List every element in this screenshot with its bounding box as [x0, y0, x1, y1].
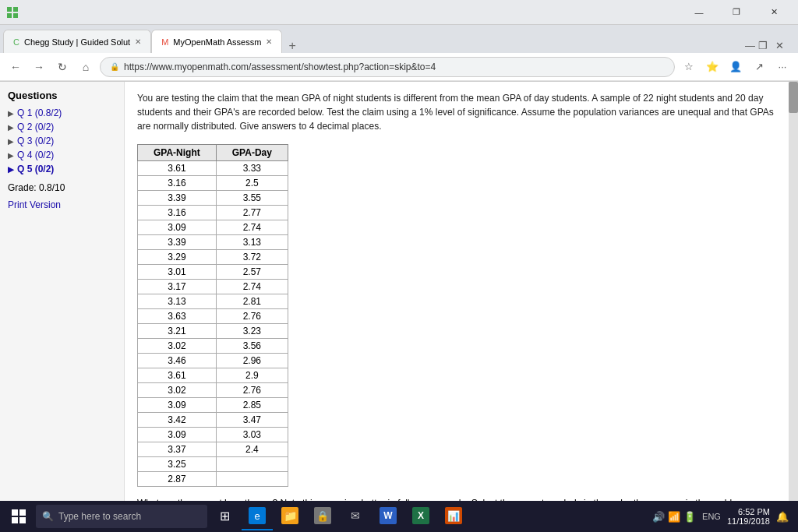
table-row: 3.093.03 [138, 428, 288, 442]
cell-day: 2.9 [216, 368, 288, 383]
cell-day: 2.76 [216, 383, 288, 398]
restore-button[interactable]: ❐ [719, 0, 754, 25]
cell-night: 3.61 [138, 368, 217, 383]
start-button[interactable] [3, 502, 34, 530]
cell-day: 3.03 [216, 428, 288, 442]
share-button[interactable]: ↗ [750, 58, 768, 76]
table-row: 3.393.55 [138, 191, 288, 206]
battery-icon: 🔋 [683, 511, 696, 523]
taskbar-app-windows[interactable]: ⊞ [209, 502, 240, 530]
more-button[interactable]: ··· [773, 58, 792, 76]
clock-time: 6:52 PM [727, 507, 770, 516]
table-row: 3.162.5 [138, 176, 288, 191]
sidebar-q1-label: Q 1 (0.8/2) [17, 107, 62, 118]
table-row: 3.162.77 [138, 206, 288, 220]
sidebar-item-q1[interactable]: ▶ Q 1 (0.8/2) [8, 107, 116, 118]
tab-bar-minimize[interactable]: — [745, 40, 755, 51]
taskbar-app-folder[interactable]: 📁 [274, 502, 305, 530]
minimize-button[interactable]: — [681, 0, 717, 25]
cell-day: 2.74 [216, 220, 288, 235]
back-button[interactable]: ← [6, 58, 25, 76]
cell-night: 3.02 [138, 383, 217, 398]
arrow-icon-q5: ▶ [8, 165, 14, 174]
refresh-button[interactable]: ↻ [53, 58, 72, 76]
cell-day: 3.55 [216, 191, 288, 206]
arrow-icon-q4: ▶ [8, 151, 14, 160]
mail-icon: ✉ [347, 507, 364, 524]
taskbar-app-mail[interactable]: ✉ [340, 502, 371, 530]
content-area: You are testing the claim that the mean … [125, 82, 798, 532]
taskbar-app-word[interactable]: W [373, 502, 404, 530]
table-row: 3.092.74 [138, 220, 288, 235]
cell-night: 3.42 [138, 413, 217, 428]
close-button[interactable]: ✕ [756, 0, 792, 25]
taskbar-app-excel[interactable]: X [405, 502, 436, 530]
url-text: https://www.myopenmath.com/assessment/sh… [124, 62, 436, 72]
taskbar-app-lock[interactable]: 🔒 [307, 502, 338, 530]
cell-day: 3.33 [216, 161, 288, 176]
new-tab-button[interactable]: + [282, 39, 302, 53]
home-button[interactable]: ⌂ [76, 58, 95, 76]
taskbar-search[interactable]: 🔍 Type here to search [36, 505, 207, 528]
sidebar-item-q2[interactable]: ▶ Q 2 (0/2) [8, 122, 116, 132]
cell-night: 3.09 [138, 428, 217, 442]
title-bar: — ❐ ✕ [0, 0, 798, 25]
table-row: 3.092.85 [138, 398, 288, 413]
cell-night: 3.46 [138, 354, 217, 368]
sidebar-item-q3[interactable]: ▶ Q 3 (0/2) [8, 136, 116, 146]
store-icon: 🔒 [314, 507, 331, 524]
table-row: 3.393.13 [138, 235, 288, 250]
cell-day: 2.57 [216, 265, 288, 280]
window-icon [6, 6, 19, 19]
lock-icon: 🔒 [110, 62, 119, 71]
cell-night: 3.09 [138, 398, 217, 413]
cell-day: 2.85 [216, 398, 288, 413]
forward-button[interactable]: → [30, 58, 48, 76]
sidebar-item-q4[interactable]: ▶ Q 4 (0/2) [8, 150, 116, 160]
tab-myopenmath-label: MyOpenMath Assessm [173, 37, 261, 47]
taskbar-apps: ⊞ e 📁 🔒 ✉ W X 📊 [209, 502, 469, 530]
tab-myopenmath[interactable]: M MyOpenMath Assessm ✕ [151, 30, 282, 53]
table-row: 3.022.76 [138, 383, 288, 398]
cell-night: 3.21 [138, 324, 217, 339]
sidebar-title: Questions [8, 90, 116, 101]
col-gpa-day-header: GPA-Day [216, 145, 288, 161]
tab-chegg-close[interactable]: ✕ [135, 37, 141, 46]
table-row: 3.372.4 [138, 442, 288, 457]
table-row: 3.213.23 [138, 324, 288, 339]
table-row: 3.25 [138, 457, 288, 472]
sidebar-item-q5[interactable]: ▶ Q 5 (0/2) [8, 164, 116, 174]
sidebar-q4-label: Q 4 (0/2) [17, 150, 54, 160]
cell-day [216, 472, 288, 487]
tab-myopenmath-close[interactable]: ✕ [266, 37, 272, 46]
cell-night: 3.25 [138, 457, 217, 472]
tab-bar-close[interactable]: ✕ [771, 38, 789, 53]
table-row: 3.293.72 [138, 250, 288, 265]
cell-day: 2.76 [216, 309, 288, 324]
notification-icon[interactable]: 🔔 [776, 511, 789, 523]
cell-night: 3.02 [138, 339, 217, 354]
print-version-link[interactable]: Print Version [8, 199, 61, 210]
table-row: 2.87 [138, 472, 288, 487]
cell-day: 3.47 [216, 413, 288, 428]
main-layout: Questions ▶ Q 1 (0.8/2) ▶ Q 2 (0/2) ▶ Q … [0, 82, 798, 532]
windows-icon: ⊞ [216, 507, 233, 524]
svg-rect-0 [7, 7, 12, 12]
taskbar-app-edge[interactable]: e [242, 502, 273, 530]
tab-chegg[interactable]: C Chegg Study | Guided Solut ✕ [3, 30, 151, 53]
tab-bar-restore[interactable]: ❐ [758, 40, 768, 51]
gpa-table-container: GPA-Night GPA-Day 3.613.333.162.53.393.5… [137, 144, 786, 487]
arrow-icon-q3: ▶ [8, 137, 14, 146]
edge-icon: e [249, 507, 266, 524]
cell-night: 3.13 [138, 294, 217, 309]
table-row: 3.423.47 [138, 413, 288, 428]
table-row: 3.632.76 [138, 309, 288, 324]
bookmark-button[interactable]: ☆ [680, 58, 698, 76]
extensions-button[interactable]: ⭐ [703, 58, 722, 76]
folder-icon: 📁 [281, 507, 298, 524]
svg-rect-2 [7, 13, 12, 18]
address-bar[interactable]: 🔒 https://www.myopenmath.com/assessment/… [100, 57, 675, 77]
taskbar-app-chart[interactable]: 📊 [438, 502, 469, 530]
taskbar: 🔍 Type here to search ⊞ e 📁 🔒 ✉ W X 📊 � [0, 501, 798, 532]
profile-button[interactable]: 👤 [726, 58, 745, 76]
